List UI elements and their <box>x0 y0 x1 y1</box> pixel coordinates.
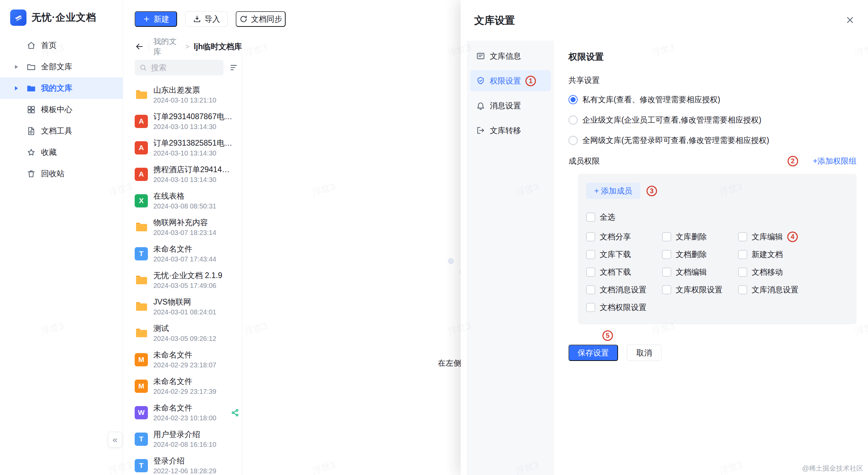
add-permission-group-link[interactable]: +添加权限组 <box>813 156 856 166</box>
permission-item[interactable]: 文档消息设置 <box>586 285 662 295</box>
file-date: 2024-03-01 08:24:01 <box>153 308 216 316</box>
permission-checkbox[interactable] <box>662 285 671 294</box>
file-row[interactable]: A携程酒店订单294146…2024-03-10 13:14:30 <box>135 161 242 187</box>
annotation-1: 1 <box>525 76 536 86</box>
doc-sync-button[interactable]: 文档同步 <box>236 11 286 27</box>
permission-checkbox[interactable] <box>586 250 595 259</box>
import-button[interactable]: 导入 <box>185 11 228 27</box>
permission-item[interactable]: 文库权限设置 <box>662 285 738 295</box>
sidebar-item-doc-tools[interactable]: 文档工具 <box>0 120 123 142</box>
share-option-enterprise[interactable]: 企业级文库(企业员工可查看,修改管理需要相应授权) <box>568 115 856 125</box>
permission-checkbox[interactable] <box>586 303 595 312</box>
settings-nav-message-settings[interactable]: 消息设置 <box>470 95 551 116</box>
file-row[interactable]: 物联网补充内容2024-03-07 18:23:14 <box>135 214 242 240</box>
settings-nav-library-transfer[interactable]: 文库转移 <box>470 120 551 141</box>
breadcrumb-parent[interactable]: 我的文库 <box>153 38 181 57</box>
sidebar-item-home[interactable]: 首页 <box>0 35 123 56</box>
permission-item[interactable]: 文档分享 <box>586 232 662 242</box>
permission-icon <box>476 76 485 86</box>
permission-checkbox[interactable] <box>662 250 671 259</box>
settings-header: 文库设置 <box>461 0 868 41</box>
sidebar-item-favorites[interactable]: 收藏 <box>0 142 123 163</box>
sidebar-item-all-libraries[interactable]: 全部文库 <box>0 56 123 77</box>
permission-label: 文库删除 <box>676 232 707 242</box>
radio-enterprise[interactable] <box>568 115 578 125</box>
permission-item[interactable]: 文档下载 <box>586 267 662 277</box>
caret-right-icon[interactable] <box>15 65 18 69</box>
permission-item[interactable]: 文库删除 <box>662 232 738 242</box>
permission-checkbox[interactable] <box>662 232 671 241</box>
sidebar-item-my-libraries[interactable]: 我的文库 <box>0 77 123 99</box>
file-row[interactable]: T未命名文件2024-03-07 17:43:44 <box>135 240 242 267</box>
file-row[interactable]: T用户登录介绍2024-02-08 16:16:10 <box>135 426 242 452</box>
file-name: 订单29314087867电… <box>153 112 232 121</box>
settings-nav-library-info[interactable]: 文库信息 <box>470 45 551 67</box>
file-meta: 订单29313825851电…2024-03-10 13:14:30 <box>153 138 232 157</box>
file-meta: 未命名文件2024-02-29 23:17:39 <box>153 377 216 396</box>
permission-checkbox[interactable] <box>738 285 747 294</box>
sort-icon[interactable] <box>229 63 239 72</box>
permission-item[interactable]: 文档删除 <box>662 249 738 260</box>
web-file-icon: W <box>135 406 148 419</box>
permission-item[interactable]: 文档权限设置 <box>586 302 662 313</box>
file-meta: JVS物联网2024-03-01 08:24:01 <box>153 297 216 316</box>
library-info-icon <box>476 51 485 61</box>
file-meta: 未命名文件2024-02-29 23:18:07 <box>153 350 216 369</box>
transfer-icon <box>476 126 485 135</box>
permission-item[interactable]: 文档移动 <box>738 267 848 277</box>
permission-item[interactable]: 新建文档 <box>738 249 848 260</box>
sidebar-item-template-center[interactable]: 模板中心 <box>0 99 123 120</box>
file-row[interactable]: 无忧·企业文档 2.1.92024-03-05 17:49:06 <box>135 267 242 293</box>
search-input[interactable] <box>150 63 219 73</box>
file-row[interactable]: M未命名文件2024-02-29 23:18:07 <box>135 346 242 373</box>
permission-checkbox[interactable] <box>662 268 671 277</box>
file-row[interactable]: A订单29314087867电…2024-03-10 13:14:30 <box>135 108 242 134</box>
permission-checkbox[interactable] <box>586 232 595 241</box>
caret-right-icon[interactable] <box>15 86 18 90</box>
search-box[interactable] <box>135 60 224 75</box>
template-icon <box>26 105 36 114</box>
new-button[interactable]: 新建 <box>135 11 177 27</box>
file-row[interactable]: X在线表格2024-03-08 08:50:31 <box>135 187 242 214</box>
file-row[interactable]: A订单29313825851电…2024-03-10 13:14:30 <box>135 134 242 161</box>
permission-item[interactable]: 文库编辑4 <box>738 232 848 242</box>
back-button[interactable] <box>135 42 144 51</box>
file-row[interactable]: W未命名文件2024-02-23 10:18:00 <box>135 399 242 426</box>
pdf-file-icon: A <box>135 141 148 154</box>
permission-item[interactable]: 文库下载 <box>586 249 662 260</box>
permission-checkbox[interactable] <box>738 232 747 241</box>
annotation-2: 2 <box>788 156 798 166</box>
radio-public[interactable] <box>568 136 578 145</box>
permission-item[interactable]: 文库消息设置 <box>738 285 848 295</box>
select-all-row[interactable]: 全选 <box>586 212 848 222</box>
settings-nav-permission-settings[interactable]: 权限设置1 <box>470 70 551 91</box>
share-option-private[interactable]: 私有文库(查看、修改管理需要相应授权) <box>568 94 856 105</box>
file-row[interactable]: 测试2024-03-05 09:26:12 <box>135 320 242 346</box>
file-row[interactable]: 山东出差发票2024-03-10 13:21:10 <box>135 81 242 108</box>
permission-checkbox[interactable] <box>586 268 595 277</box>
annotation-5: 5 <box>602 330 613 341</box>
permission-checkbox[interactable] <box>738 250 747 259</box>
permission-item[interactable]: 文档编辑 <box>662 267 738 277</box>
file-name: 携程酒店订单294146… <box>153 165 233 174</box>
sidebar-item-label: 模板中心 <box>41 104 72 115</box>
permission-checkbox[interactable] <box>586 285 595 294</box>
select-all-checkbox[interactable] <box>586 213 595 222</box>
radio-private[interactable] <box>568 95 578 104</box>
save-settings-button[interactable]: 保存设置 <box>568 345 618 361</box>
close-icon[interactable] <box>845 15 855 25</box>
file-row[interactable]: JVS物联网2024-03-01 08:24:01 <box>135 293 242 320</box>
file-row[interactable]: T登录介绍2022-12-06 18:28:29 <box>135 452 242 475</box>
cancel-button[interactable]: 取消 <box>627 345 661 361</box>
share-button[interactable] <box>231 408 240 417</box>
document-file-icon: T <box>135 459 148 472</box>
add-member-button[interactable]: + 添加成员 <box>586 183 640 199</box>
share-option-public[interactable]: 全网级文库(无需登录即可查看,修改管理需要相应授权) <box>568 135 856 146</box>
search-icon <box>139 63 147 72</box>
sidebar-collapse-button[interactable]: « <box>108 432 122 447</box>
sidebar-item-recycle-bin[interactable]: 回收站 <box>0 163 123 184</box>
permission-checkbox[interactable] <box>738 268 747 277</box>
file-meta: 订单29314087867电…2024-03-10 13:14:30 <box>153 112 232 131</box>
annotation-4: 4 <box>787 232 798 242</box>
file-row[interactable]: M未命名文件2024-02-29 23:17:39 <box>135 373 242 399</box>
